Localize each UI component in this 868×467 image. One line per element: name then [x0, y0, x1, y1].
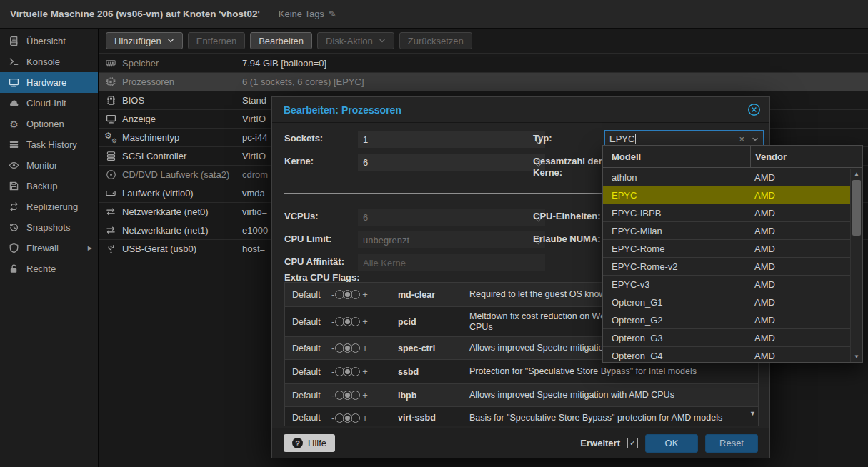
flag-radio-group: -+ — [329, 343, 398, 353]
hw-row-prozessoren[interactable]: Prozessoren6 (1 sockets, 6 cores) [EPYC] — [99, 73, 868, 91]
radio-on-option[interactable] — [351, 290, 360, 299]
scroll-up-icon[interactable]: ▲ — [851, 171, 862, 177]
network-icon — [104, 225, 117, 236]
sockets-field[interactable]: 1 — [358, 131, 545, 148]
floppy-icon — [8, 181, 20, 191]
button-label: Hinzufügen — [114, 36, 161, 46]
hw-row-value: 7.94 GiB [balloon=0] — [242, 58, 326, 69]
cores-field[interactable]: 6 — [358, 154, 545, 171]
model-cell: EPYC — [603, 190, 754, 201]
zur-cksetzen-button[interactable]: Zurücksetzen — [399, 32, 472, 49]
sidebar-item-bersicht[interactable]: Übersicht — [0, 31, 98, 51]
sidebar-item-backup[interactable]: Backup — [0, 176, 98, 196]
help-button[interactable]: ? Hilfe — [284, 434, 335, 452]
vendor-cell: AMD — [754, 243, 775, 254]
sidebar-item-rechte[interactable]: Rechte — [0, 258, 98, 279]
scroll-down-icon[interactable]: ▼ — [749, 410, 756, 417]
model-cell: EPYC-v3 — [603, 279, 754, 290]
vcpus-label: VCPUs: — [284, 211, 319, 222]
network-icon — [104, 206, 117, 217]
usb-icon — [104, 243, 117, 254]
dropdown-item-opteron-g2[interactable]: Opteron_G2AMD — [603, 311, 850, 329]
sidebar: ÜbersichtKonsoleHardwareCloud-Init⚙Optio… — [0, 29, 99, 467]
vendor-cell: AMD — [754, 297, 775, 308]
vcpus-field: 6 — [358, 209, 545, 226]
hw-row-value: VirtIO — [242, 151, 266, 161]
flag-description: Allows improved Spectre mitigation with … — [469, 390, 758, 401]
submenu-arrow-icon: ▶ — [88, 245, 92, 251]
cpu-affinity-label: CPU Affinität: — [284, 256, 344, 268]
column-header-vendor[interactable]: Vendor — [755, 151, 787, 162]
entfernen-button[interactable]: Entfernen — [188, 32, 245, 49]
hw-row-speicher[interactable]: Speicher7.94 GiB [balloon=0] — [99, 54, 868, 73]
scrollbar-thumb[interactable] — [852, 180, 861, 236]
plus-label: + — [360, 413, 370, 423]
vendor-cell: AMD — [754, 279, 775, 290]
vcpus-value: 6 — [363, 212, 368, 223]
dropdown-item-epyc-milan[interactable]: EPYC-MilanAMD — [603, 222, 850, 240]
hw-row-label: USB-Gerät (usb0) — [122, 243, 242, 254]
dialog-header: Bearbeiten: Prozessoren — [272, 97, 769, 123]
sidebar-item-task-history[interactable]: Task History — [0, 134, 98, 155]
column-header-model[interactable]: Modell — [603, 151, 750, 162]
sidebar-item-label: Optionen — [26, 119, 64, 129]
model-cell: Opteron_G2 — [603, 315, 754, 326]
button-label: Entfernen — [196, 36, 236, 46]
flag-radio-group: -+ — [329, 289, 398, 300]
hw-row-value: Stand — [242, 95, 266, 106]
sidebar-item-optionen[interactable]: ⚙Optionen — [0, 114, 98, 134]
disk-aktion-button[interactable]: Disk-Aktion — [317, 32, 394, 49]
sidebar-item-hardware[interactable]: Hardware — [0, 72, 98, 93]
close-icon[interactable] — [747, 103, 761, 116]
flag-name: virt-ssbd — [398, 413, 469, 423]
model-cell: EPYC-Rome — [603, 243, 754, 254]
scroll-down-icon[interactable]: ▼ — [851, 353, 862, 360]
dropdown-item-opteron-g4[interactable]: Opteron_G4AMD — [603, 347, 850, 363]
dropdown-item-epyc[interactable]: EPYCAMD — [603, 186, 850, 204]
dropdown-item-athlon[interactable]: athlonAMD — [603, 169, 850, 186]
advanced-checkbox[interactable]: ✓ — [627, 438, 638, 448]
edit-tags-button[interactable]: Keine Tags ✎ — [279, 9, 336, 19]
dropdown-item-epyc-rome-v2[interactable]: EPYC-Rome-v2AMD — [603, 258, 850, 276]
dropdown-item-opteron-g3[interactable]: Opteron_G3AMD — [603, 329, 850, 347]
sidebar-item-monitor[interactable]: Monitor — [0, 155, 98, 176]
chevron-down-icon — [379, 37, 386, 44]
dropdown-item-opteron-g1[interactable]: Opteron_G1AMD — [603, 293, 850, 311]
radio-on-option[interactable] — [351, 367, 360, 376]
hw-row-label: BIOS — [122, 95, 242, 106]
dropdown-item-epyc-ibpb[interactable]: EPYC-IBPBAMD — [603, 204, 850, 222]
sidebar-item-cloud-init[interactable]: Cloud-Init — [0, 93, 98, 114]
vendor-cell: AMD — [754, 315, 775, 326]
sidebar-item-firewall[interactable]: Firewall▶ — [0, 238, 98, 258]
reset-button[interactable]: Reset — [705, 434, 758, 453]
cpu-units-label: CPU-Einheiten: — [533, 211, 601, 222]
hinzuf-gen-button[interactable]: Hinzufügen — [106, 32, 183, 49]
sidebar-item-label: Task History — [26, 139, 77, 150]
sidebar-item-snapshots[interactable]: Snapshots — [0, 217, 98, 238]
radio-on-option[interactable] — [351, 317, 360, 326]
dropdown-item-epyc-v3[interactable]: EPYC-v3AMD — [603, 276, 850, 293]
hw-row-label: Laufwerk (virtio0) — [122, 188, 242, 199]
chip-icon — [104, 95, 117, 106]
bearbeiten-button[interactable]: Bearbeiten — [250, 32, 312, 49]
vendor-cell: AMD — [754, 190, 775, 201]
flag-name: pcid — [398, 317, 469, 327]
sidebar-item-label: Monitor — [26, 160, 57, 171]
hw-row-value: pc-i44 — [242, 132, 267, 143]
flag-default-label: Default — [285, 317, 329, 327]
radio-on-option[interactable] — [351, 343, 360, 353]
dropdown-item-epyc-rome[interactable]: EPYC-RomeAMD — [603, 240, 850, 258]
cores-value: 6 — [363, 157, 368, 168]
radio-on-option[interactable] — [351, 413, 360, 423]
chevron-down-icon[interactable] — [752, 136, 759, 143]
radio-on-option[interactable] — [351, 391, 360, 400]
text-cursor — [635, 134, 636, 144]
clear-icon[interactable]: × — [739, 134, 744, 144]
dropdown-scrollbar[interactable]: ▲ ▼ — [850, 169, 862, 362]
sidebar-item-replizierung[interactable]: Replizierung — [0, 196, 98, 217]
cores-label: Kerne: — [284, 156, 314, 167]
sidebar-item-konsole[interactable]: Konsole — [0, 51, 98, 72]
ok-button[interactable]: OK — [645, 434, 698, 453]
sidebar-item-label: Firewall — [26, 243, 59, 253]
vendor-cell: AMD — [754, 226, 775, 236]
